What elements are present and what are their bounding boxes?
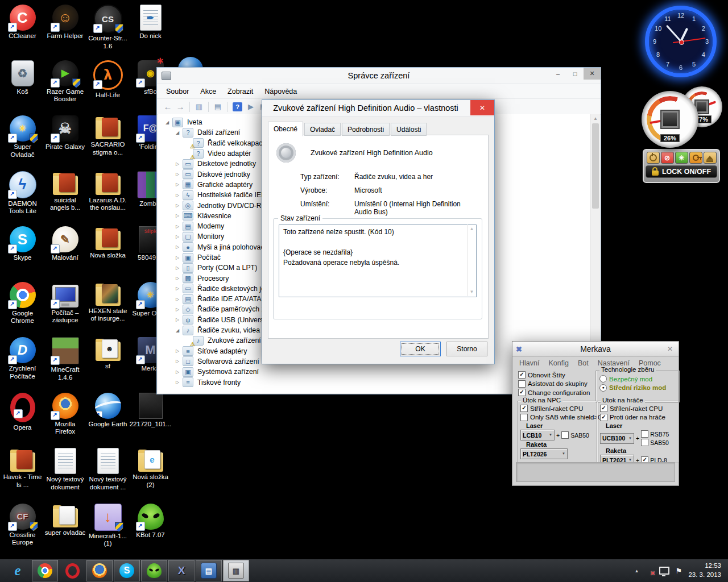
toolbar-button[interactable]: ▤ bbox=[212, 101, 224, 113]
checkbox-box[interactable] bbox=[641, 439, 648, 446]
close-button[interactable]: ✕ bbox=[584, 68, 601, 80]
tray-expand-icon[interactable]: ▴ bbox=[635, 568, 638, 573]
tree-expander-icon[interactable]: ▷ bbox=[173, 224, 181, 229]
toolbar-button[interactable] bbox=[227, 102, 228, 112]
desktop-icon[interactable]: Nový textový dokument ... bbox=[86, 448, 129, 504]
taskbar-app-button[interactable]: ▥ bbox=[223, 560, 249, 581]
minimize-button[interactable]: – bbox=[549, 68, 566, 80]
toolbar-button[interactable]: ← bbox=[162, 101, 174, 113]
desktop-icon[interactable]: D Zrychlení Počítače bbox=[1, 337, 44, 393]
desktop-icon[interactable]: Nová složka bbox=[86, 226, 129, 282]
checkbox-box[interactable]: ✓ bbox=[600, 414, 607, 421]
tree-expander-icon[interactable]: ◢ bbox=[173, 130, 181, 135]
desktop-icon[interactable]: Mozilla Firefox bbox=[44, 393, 86, 448]
tree-expander-icon[interactable]: ▷ bbox=[173, 172, 181, 177]
checkbox-box[interactable] bbox=[561, 431, 569, 439]
menu-item[interactable]: Bot bbox=[573, 358, 593, 368]
dialog-close-button[interactable]: ✕ bbox=[470, 100, 494, 115]
radio-button[interactable] bbox=[599, 375, 607, 383]
tray-clock[interactable]: 12:53 23. 3. 2013 bbox=[688, 562, 721, 579]
toolbar-button[interactable]: ▶ bbox=[245, 101, 257, 113]
desktop-icon[interactable]: Nový textový dokument bbox=[44, 448, 86, 504]
tree-expander-icon[interactable]: ▷ bbox=[173, 213, 181, 218]
radio-button[interactable]: ● bbox=[599, 384, 607, 392]
checkbox-box[interactable] bbox=[520, 414, 528, 421]
tree-expander-icon[interactable]: ◢ bbox=[163, 120, 171, 125]
desktop-icon[interactable]: Opera bbox=[1, 393, 44, 448]
radio-option[interactable]: ● Střední riziko mod bbox=[599, 384, 679, 392]
toolbar-button[interactable] bbox=[208, 102, 209, 112]
toolbar-button[interactable] bbox=[189, 102, 190, 112]
tree-expander-icon[interactable]: ▷ bbox=[173, 359, 181, 364]
dialog-tab[interactable]: Události bbox=[391, 123, 427, 136]
checkbox[interactable]: ✓ Proti úder na hráče bbox=[600, 414, 679, 421]
tree-expander-icon[interactable]: ▷ bbox=[173, 234, 181, 239]
scroll-up-icon[interactable]: ▲ bbox=[470, 226, 474, 231]
radio-option[interactable]: Bezpečný mod bbox=[599, 375, 679, 383]
desktop-icon[interactable]: Nová složka (2) bbox=[129, 448, 172, 504]
desktop-icon[interactable]: CS Counter-Str... 1.6 bbox=[86, 5, 129, 60]
desktop-icon[interactable]: Havok - Time Is ... bbox=[1, 448, 44, 504]
npc-laser-select[interactable]: LCB10 bbox=[520, 430, 555, 440]
volume-muted-icon[interactable]: ✕ bbox=[644, 567, 653, 575]
taskbar-app-button[interactable] bbox=[32, 560, 58, 581]
desktop-icon[interactable]: ϟ DAEMON Tools Lite bbox=[1, 171, 44, 227]
restart-button[interactable]: ✳ bbox=[675, 152, 688, 164]
checkbox-box[interactable]: ✓ bbox=[518, 371, 526, 379]
checkbox[interactable]: SAB50 bbox=[641, 439, 669, 446]
checkbox-box[interactable] bbox=[518, 380, 526, 388]
scrollbar-thumb[interactable] bbox=[592, 123, 599, 209]
tree-expander-icon[interactable]: ▷ bbox=[173, 297, 181, 302]
taskbar-app-button[interactable]: S bbox=[114, 560, 140, 581]
checkbox-box[interactable]: ✓ bbox=[600, 405, 607, 412]
desktop-icon[interactable]: ☠ Pirate Galaxy bbox=[44, 115, 86, 171]
desktop-icon[interactable]: ♻ Koš bbox=[1, 60, 44, 116]
menu-item[interactable]: Zobrazit bbox=[222, 86, 259, 97]
tree-expander-icon[interactable]: ▷ bbox=[173, 369, 181, 375]
desktop-icon[interactable]: ↓ Minecraft-1... (1) bbox=[86, 504, 129, 559]
taskbar-app-button[interactable] bbox=[59, 560, 85, 581]
tree-expander-icon[interactable]: ▷ bbox=[173, 193, 181, 198]
dialog-titlebar[interactable]: Zvukové zařízení High Definition Audio –… bbox=[262, 100, 494, 117]
menu-item[interactable]: Soubor bbox=[160, 86, 195, 97]
menu-item[interactable]: Konfig bbox=[544, 358, 573, 368]
logoff-button[interactable] bbox=[689, 152, 702, 164]
desktop-icon[interactable]: SACRARIO stigma o... bbox=[86, 115, 129, 171]
desktop-icon[interactable]: Google Earth bbox=[86, 393, 129, 448]
menu-item[interactable]: Akce bbox=[195, 86, 222, 97]
desktop-icon[interactable]: MineCraft 1.4.6 bbox=[44, 337, 86, 393]
checkbox[interactable]: ✓ Obnovit Štíty bbox=[518, 371, 590, 379]
checkbox[interactable]: ✓ Střílení-raket CPU bbox=[520, 405, 598, 412]
tree-expander-icon[interactable]: ▷ bbox=[173, 380, 181, 385]
taskbar-app-button[interactable] bbox=[141, 560, 167, 581]
tree-expander-icon[interactable]: ▷ bbox=[173, 307, 181, 312]
power-button[interactable] bbox=[647, 152, 660, 164]
ok-button[interactable]: OK bbox=[400, 342, 441, 356]
toolbar-button[interactable]: ? bbox=[233, 102, 242, 111]
checkbox-box[interactable] bbox=[641, 430, 648, 438]
tree-expander-icon[interactable]: ▷ bbox=[173, 255, 181, 260]
desktop-icon[interactable]: λ Half-Life bbox=[86, 60, 129, 116]
menu-item[interactable]: Nápověda bbox=[259, 86, 303, 97]
scroll-down-icon[interactable]: ▼ bbox=[470, 289, 474, 294]
toolbar-button[interactable]: ▥ bbox=[193, 101, 205, 113]
desktop-icon[interactable]: ✒ Do nick bbox=[129, 5, 172, 60]
player-laser-select[interactable]: UCB100 bbox=[600, 433, 634, 444]
desktop-icon[interactable]: S Skype bbox=[1, 226, 44, 282]
checkbox-box[interactable]: ✓ bbox=[520, 405, 528, 412]
eject-button[interactable] bbox=[704, 152, 717, 164]
taskbar-app-button[interactable]: ▤ bbox=[196, 560, 222, 581]
desktop-icon[interactable]: C CCleaner bbox=[1, 5, 44, 60]
dialog-tab[interactable]: Obecné bbox=[268, 122, 303, 136]
desktop-icon[interactable]: Lazarus A.D. the onslau... bbox=[86, 171, 129, 227]
merkava-close-button[interactable]: ✕ bbox=[661, 345, 679, 353]
tree-expander-icon[interactable]: ▷ bbox=[173, 265, 181, 271]
desktop-icon[interactable]: Google Chrome bbox=[1, 282, 44, 338]
tree-expander-icon[interactable]: ▷ bbox=[173, 348, 181, 354]
desktop-icon[interactable]: CF Crossfire Europe bbox=[1, 504, 44, 559]
checkbox[interactable]: ✓ Change configuration bbox=[518, 389, 590, 396]
desktop-icon[interactable]: ✎ Malování bbox=[44, 226, 86, 282]
taskbar-app-button[interactable] bbox=[86, 560, 113, 581]
desktop-icon[interactable]: sf bbox=[86, 337, 129, 393]
taskbar-app-button[interactable]: e bbox=[5, 560, 31, 581]
